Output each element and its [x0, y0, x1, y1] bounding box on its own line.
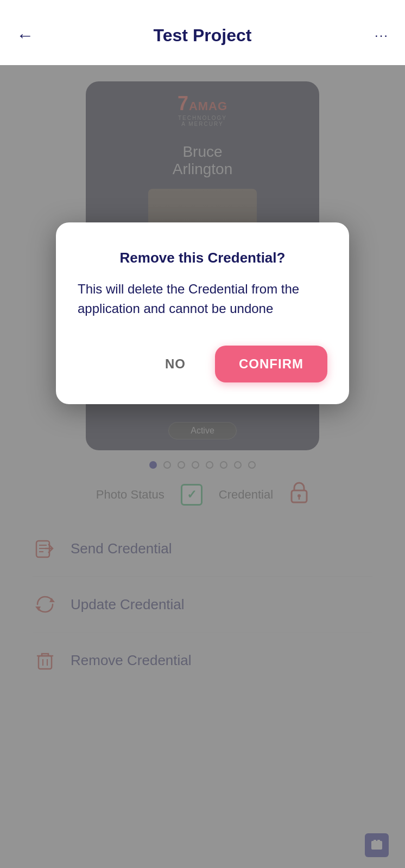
back-button[interactable]: ← — [16, 25, 34, 46]
confirm-dialog: Remove this Credential? This will delete… — [56, 222, 349, 404]
modal-actions: NO CONFIRM — [78, 346, 327, 382]
no-button[interactable]: NO — [152, 348, 199, 380]
modal-title: Remove this Credential? — [78, 250, 327, 266]
main-content: 7AMAG TECHNOLOGY A MERCURY Bruce Arlingt… — [0, 65, 405, 868]
app-header: ← Test Project ··· — [0, 0, 405, 65]
page-title: Test Project — [154, 25, 252, 46]
modal-overlay: Remove this Credential? This will delete… — [0, 65, 405, 868]
confirm-button[interactable]: CONFIRM — [215, 346, 327, 382]
modal-body: This will delete the Credential from the… — [78, 279, 327, 318]
more-options-icon[interactable]: ··· — [375, 28, 389, 43]
